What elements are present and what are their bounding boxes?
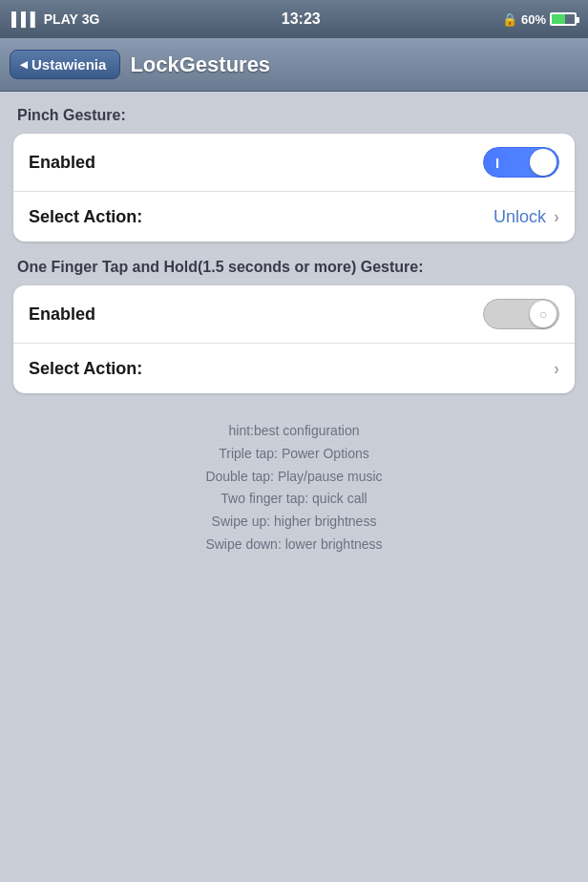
pinch-enabled-row: Enabled I (13, 134, 575, 192)
hint-line-1: Double tap: Play/pause music (32, 466, 556, 489)
lock-icon: 🔒 (502, 12, 517, 27)
toggle-on-label: I (495, 155, 499, 171)
pinch-enabled-toggle[interactable]: I (483, 147, 559, 178)
pinch-section-header: Pinch Gesture: (13, 107, 575, 124)
hint-title: hint:best configuration (32, 420, 556, 443)
content-area: Pinch Gesture: Enabled I Select Action: … (0, 92, 588, 882)
status-right: 🔒 60% (502, 12, 577, 27)
hints-section: hint:best configuration Triple tap: Powe… (13, 410, 575, 566)
signal-bars: ▌▌▌ (11, 11, 40, 27)
toggle-thumb (530, 149, 556, 176)
tap-card: Enabled Select Action: › (13, 285, 575, 393)
hint-line-0: Triple tap: Power Options (32, 443, 556, 466)
tap-action-label: Select Action: (29, 359, 142, 379)
nav-bar: Ustawienia LockGestures (0, 38, 588, 92)
tap-enabled-row: Enabled (13, 285, 575, 344)
carrier-label: PLAY (44, 11, 78, 27)
hint-line-2: Two finger tap: quick call (32, 488, 556, 511)
battery-percent: 60% (521, 12, 546, 27)
status-left: ▌▌▌ PLAY 3G (11, 11, 100, 27)
hint-line-4: Swipe down: lower brightness (32, 534, 556, 556)
back-button[interactable]: Ustawienia (10, 50, 120, 79)
tap-enabled-label: Enabled (29, 304, 95, 325)
tap-toggle-thumb (530, 301, 556, 327)
pinch-action-value: Unlock › (494, 207, 559, 227)
tap-action-row[interactable]: Select Action: › (13, 344, 575, 393)
tap-enabled-toggle[interactable] (483, 299, 559, 329)
time-display: 13:23 (282, 10, 321, 28)
pinch-action-text: Unlock (494, 207, 546, 227)
network-type: 3G (82, 11, 100, 27)
tap-section-header: One Finger Tap and Hold(1.5 seconds or m… (13, 259, 575, 276)
tap-action-chevron: › (554, 359, 559, 379)
status-bar: ▌▌▌ PLAY 3G 13:23 🔒 60% (0, 0, 588, 38)
pinch-card: Enabled I Select Action: Unlock › (13, 134, 575, 242)
pinch-action-chevron: › (554, 207, 559, 227)
pinch-action-label: Select Action: (29, 207, 142, 227)
tap-action-value: › (554, 359, 559, 379)
hint-line-3: Swipe up: higher brightness (32, 511, 556, 534)
page-title: LockGestures (130, 52, 270, 77)
pinch-action-row[interactable]: Select Action: Unlock › (13, 192, 575, 242)
pinch-enabled-label: Enabled (29, 153, 95, 173)
battery-icon (550, 12, 577, 26)
